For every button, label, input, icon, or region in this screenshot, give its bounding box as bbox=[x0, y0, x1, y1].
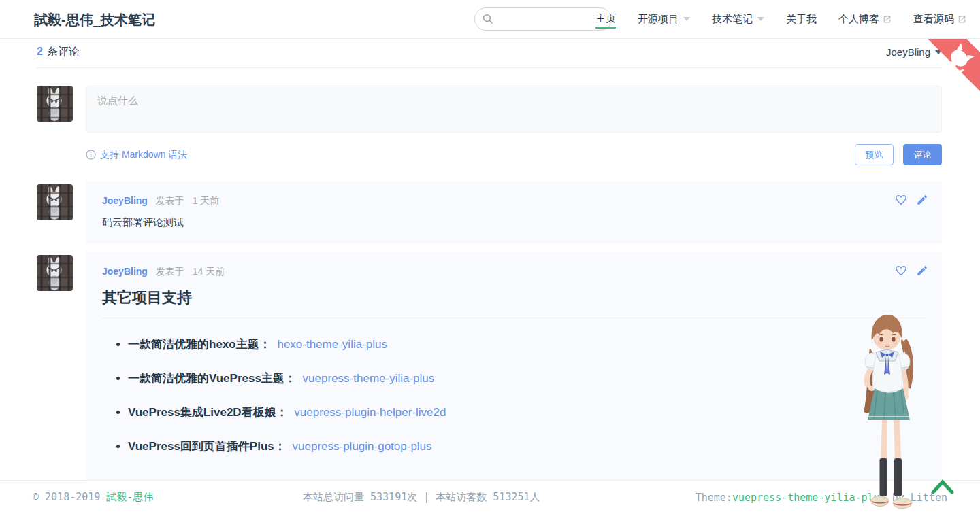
visits-label: 本站总访问量 bbox=[303, 491, 364, 503]
comment-heading: 其它项目支持 bbox=[102, 288, 926, 318]
visitors-value: 513251人 bbox=[493, 491, 540, 503]
avatar bbox=[37, 86, 73, 122]
comment-editor bbox=[37, 86, 942, 133]
avatar bbox=[37, 184, 73, 220]
comment-item: JoeyBling 发表于 1 天前 码云部署评论测试 bbox=[37, 181, 942, 244]
external-link-icon bbox=[958, 15, 966, 24]
project-link[interactable]: vuepress-plugin-helper-live2d bbox=[294, 406, 446, 419]
main-nav: 主页 开源项目 技术笔记 关于我 个人博客 查看源码 bbox=[574, 0, 966, 38]
comment-author[interactable]: JoeyBling bbox=[102, 195, 148, 206]
avatar bbox=[37, 255, 73, 291]
nav-item-view-source[interactable]: 查看源码 bbox=[913, 11, 966, 28]
heart-icon bbox=[895, 194, 907, 206]
project-list: 一款简洁优雅的hexo主题： hexo-theme-yilia-plus 一款简… bbox=[102, 337, 926, 454]
submit-comment-button[interactable]: 评论 bbox=[903, 144, 942, 165]
navbar: 試毅-思伟_技术笔记 主页 开源项目 技术笔记 关于我 个人博客 查看源码 bbox=[0, 0, 980, 39]
like-button[interactable] bbox=[895, 264, 907, 277]
comment-author[interactable]: JoeyBling bbox=[102, 266, 148, 277]
comments-count-label: 条评论 bbox=[47, 45, 80, 59]
preview-button[interactable]: 预览 bbox=[855, 144, 894, 165]
github-corner-ribbon[interactable] bbox=[919, 39, 980, 100]
site-stats: 本站总访问量 533191次 | 本站访客数 513251人 bbox=[303, 491, 540, 504]
search-icon bbox=[482, 13, 494, 25]
nav-item-technotes[interactable]: 技术笔记 bbox=[712, 11, 764, 28]
comments-section: 2 条评论 JoeyBling 支持 Markdown 语法 预览 评论 Joe… bbox=[37, 39, 942, 487]
nav-item-home[interactable]: 主页 bbox=[595, 10, 616, 29]
site-logo[interactable]: 試毅-思伟_技术笔记 bbox=[34, 11, 155, 29]
stats-separator: | bbox=[423, 491, 429, 503]
edit-button[interactable] bbox=[916, 264, 928, 277]
visitors-label: 本站访客数 bbox=[436, 491, 487, 503]
comment-body: 码云部署评论测试 bbox=[102, 216, 926, 229]
chevron-down-icon bbox=[683, 17, 690, 21]
go-top-button[interactable] bbox=[931, 479, 954, 495]
comment-card: JoeyBling 发表于 14 天前 其它项目支持 一款简洁优雅的hexo主题… bbox=[86, 252, 942, 487]
markdown-tip: 支持 Markdown 语法 bbox=[86, 149, 187, 161]
info-icon bbox=[86, 150, 96, 160]
heart-icon bbox=[895, 264, 907, 277]
comment-input[interactable] bbox=[86, 86, 942, 133]
comments-count: 2 bbox=[37, 46, 43, 58]
nav-item-personal-blog[interactable]: 个人博客 bbox=[838, 11, 892, 28]
copyright: © 2018-2019 bbox=[33, 491, 100, 503]
comment-time: 1 天前 bbox=[193, 195, 220, 206]
chevron-up-icon bbox=[933, 482, 952, 492]
comment-time: 14 天前 bbox=[193, 266, 225, 277]
live2d-character[interactable] bbox=[844, 309, 934, 511]
project-link[interactable]: vuepress-plugin-gotop-plus bbox=[293, 440, 432, 453]
nav-item-opensource[interactable]: 开源项目 bbox=[638, 11, 690, 28]
footer-site-link[interactable]: 試毅-思伟 bbox=[106, 491, 153, 503]
comment-published-label: 发表于 bbox=[156, 195, 184, 206]
theme-label: Theme: bbox=[696, 492, 732, 504]
visits-value: 533191次 bbox=[370, 491, 417, 503]
comment-card: JoeyBling 发表于 1 天前 码云部署评论测试 bbox=[86, 181, 942, 244]
edit-button[interactable] bbox=[916, 194, 928, 206]
chevron-down-icon bbox=[757, 17, 764, 21]
pencil-icon bbox=[916, 264, 928, 277]
comment-published-label: 发表于 bbox=[156, 266, 184, 277]
footer: © 2018-2019 試毅-思伟 本站总访问量 533191次 | 本站访客数… bbox=[0, 480, 980, 514]
pencil-icon bbox=[916, 194, 928, 206]
list-item: 一款简洁优雅的VuePress主题： vuepress-theme-yilia-… bbox=[128, 371, 926, 386]
list-item: VuePress回到页首插件Plus： vuepress-plugin-goto… bbox=[128, 439, 926, 454]
like-button[interactable] bbox=[895, 194, 907, 206]
comment-item: JoeyBling 发表于 14 天前 其它项目支持 一款简洁优雅的hexo主题… bbox=[37, 252, 942, 487]
list-item: 一款简洁优雅的hexo主题： hexo-theme-yilia-plus bbox=[128, 337, 926, 352]
project-link[interactable]: hexo-theme-yilia-plus bbox=[277, 338, 387, 351]
list-item: VuePress集成Live2D看板娘： vuepress-plugin-hel… bbox=[128, 405, 926, 420]
nav-item-about[interactable]: 关于我 bbox=[786, 11, 817, 28]
comments-header: 2 条评论 JoeyBling bbox=[37, 39, 942, 68]
external-link-icon bbox=[883, 15, 892, 24]
project-link[interactable]: vuepress-theme-yilia-plus bbox=[303, 372, 435, 385]
editor-meta-row: 支持 Markdown 语法 预览 评论 bbox=[86, 144, 942, 165]
